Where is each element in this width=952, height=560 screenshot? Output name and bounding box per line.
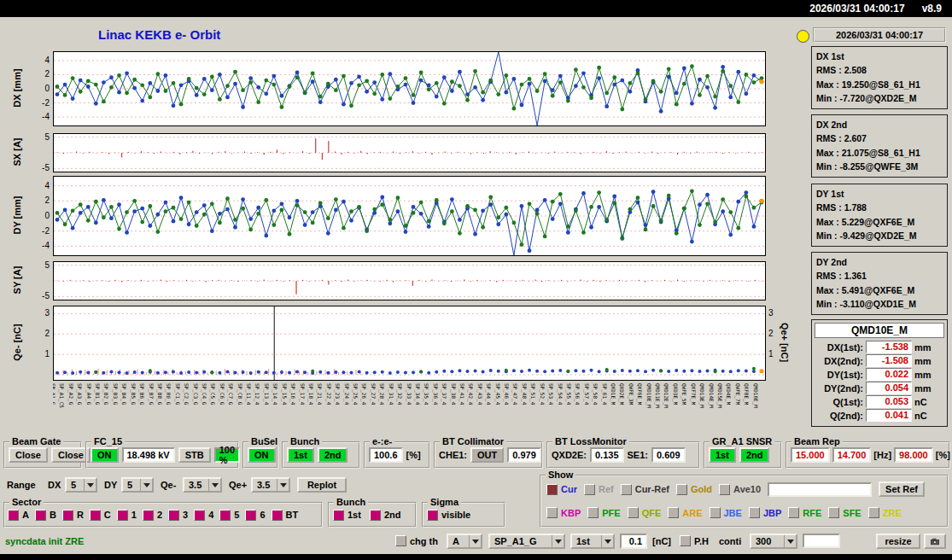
- bunch-1st-button[interactable]: 1st: [287, 447, 314, 463]
- bt-lossmonitor-label: BT LossMonitor: [552, 436, 629, 446]
- show-jbe[interactable]: JBE: [710, 507, 742, 518]
- show-gold-checkbox[interactable]: [676, 484, 687, 495]
- show-are[interactable]: ARE: [668, 507, 702, 518]
- sector-c[interactable]: C: [90, 510, 111, 521]
- bunch-2nd[interactable]: 2nd: [370, 510, 401, 521]
- show-pfe[interactable]: PFE: [587, 507, 620, 518]
- x-axis-label: SP_C1_G: [175, 383, 181, 405]
- sector-5[interactable]: 5: [219, 510, 239, 521]
- show-pfe-label: PFE: [602, 508, 620, 518]
- chg-th-toggle[interactable]: chg th: [395, 535, 438, 546]
- dy-y-tick-label: 0: [27, 211, 50, 220]
- sector-b[interactable]: B: [35, 510, 56, 521]
- sy-axis-label: SY [A]: [12, 250, 22, 310]
- show-jbp[interactable]: JBP: [749, 507, 781, 518]
- show-cur-ref[interactable]: Cur-Ref: [621, 484, 669, 495]
- qmd-row-value: 0.054: [866, 382, 912, 394]
- show-sfe[interactable]: SFE: [828, 507, 861, 518]
- sector-b-checkbox[interactable]: [35, 510, 46, 521]
- sector-2[interactable]: 2: [143, 510, 162, 521]
- resize-button[interactable]: resize: [876, 534, 920, 549]
- sector-r[interactable]: R: [62, 510, 84, 521]
- sector-r-checkbox[interactable]: [62, 510, 73, 521]
- chevron-down-icon[interactable]: [277, 479, 289, 491]
- sigma-visible-checkbox[interactable]: [427, 510, 438, 521]
- sector-5-checkbox[interactable]: [219, 510, 231, 521]
- monitor-select[interactable]: SP_A1_G: [488, 534, 565, 549]
- sigma-visible-toggle[interactable]: visible: [427, 510, 470, 521]
- show-cur-checkbox[interactable]: [546, 484, 558, 495]
- show-ave10[interactable]: Ave10: [719, 484, 761, 495]
- sy-y-tick-label: -5: [27, 291, 50, 300]
- sector-4[interactable]: 4: [194, 510, 213, 521]
- bunch-2nd-button[interactable]: 2nd: [318, 447, 348, 463]
- sector-1-checkbox[interactable]: [117, 510, 128, 521]
- sector-select[interactable]: A: [447, 534, 482, 549]
- ref-name-input[interactable]: [768, 482, 872, 497]
- show-jbe-checkbox[interactable]: [710, 507, 721, 518]
- chg-th-checkbox[interactable]: [395, 535, 406, 546]
- sector-c-checkbox[interactable]: [90, 510, 101, 521]
- busel-on-button[interactable]: ON: [248, 447, 276, 463]
- show-pfe-checkbox[interactable]: [587, 507, 599, 518]
- show-ref[interactable]: Ref: [584, 484, 614, 495]
- show-rfe[interactable]: RFE: [788, 507, 821, 518]
- sector-3[interactable]: 3: [168, 510, 188, 521]
- x-axis-label: SP_C7_G: [228, 383, 234, 405]
- show-jbp-checkbox[interactable]: [749, 507, 760, 518]
- show-qfe-checkbox[interactable]: [628, 507, 639, 518]
- sector-6[interactable]: 6: [245, 510, 265, 521]
- gr-snsr-2nd-button[interactable]: 2nd: [739, 447, 770, 463]
- beam-gate-close-1-button[interactable]: Close: [9, 447, 48, 463]
- sector-2-checkbox[interactable]: [143, 510, 154, 521]
- sector-a[interactable]: A: [8, 510, 29, 521]
- ph-checkbox[interactable]: [680, 535, 691, 546]
- bunch-select[interactable]: 1st: [570, 534, 615, 549]
- range-qep-select[interactable]: 3.5: [251, 477, 290, 493]
- show-kbp-checkbox[interactable]: [546, 507, 558, 518]
- sector-6-checkbox[interactable]: [245, 510, 256, 521]
- show-ref-checkbox[interactable]: [584, 484, 595, 495]
- bunch-1st-checkbox[interactable]: [333, 510, 344, 521]
- range-dx-select[interactable]: 5: [65, 477, 97, 493]
- interval-select[interactable]: 300: [750, 534, 797, 549]
- sector-1[interactable]: 1: [117, 510, 137, 521]
- chevron-down-icon[interactable]: [140, 479, 152, 491]
- sector-3-checkbox[interactable]: [168, 510, 179, 521]
- show-rfe-checkbox[interactable]: [788, 507, 799, 518]
- chevron-down-icon[interactable]: [784, 535, 796, 547]
- show-zre[interactable]: ZRE: [868, 507, 902, 518]
- show-are-checkbox[interactable]: [668, 507, 679, 518]
- chevron-down-icon[interactable]: [601, 535, 613, 547]
- chevron-down-icon[interactable]: [84, 479, 96, 491]
- chevron-down-icon[interactable]: [552, 535, 564, 547]
- show-kbp[interactable]: KBP: [546, 507, 581, 518]
- chevron-down-icon[interactable]: [469, 535, 481, 547]
- x-axis-label: SP_61_4: [602, 383, 608, 405]
- sector-bt-checkbox[interactable]: [272, 510, 283, 521]
- show-qfe[interactable]: QFE: [628, 507, 662, 518]
- show-cur[interactable]: Cur: [546, 484, 577, 495]
- che1-out-button[interactable]: OUT: [470, 447, 504, 463]
- chevron-down-icon[interactable]: [208, 479, 220, 491]
- range-qem-select[interactable]: 3.5: [183, 477, 222, 493]
- show-gold[interactable]: Gold: [676, 484, 712, 495]
- show-ave10-checkbox[interactable]: [719, 484, 730, 495]
- set-ref-button[interactable]: Set Ref: [879, 481, 925, 497]
- fc15-stb-button[interactable]: STB: [178, 447, 211, 463]
- bunch-2nd-checkbox[interactable]: [370, 510, 381, 521]
- range-dy-select[interactable]: 5: [121, 477, 154, 493]
- bottom-input[interactable]: [803, 534, 840, 548]
- fc15-on-button[interactable]: ON: [91, 447, 119, 463]
- show-zre-checkbox[interactable]: [868, 507, 879, 518]
- show-cur-ref-checkbox[interactable]: [621, 484, 632, 495]
- bunch-1st[interactable]: 1st: [333, 510, 361, 521]
- sector-a-checkbox[interactable]: [8, 510, 19, 521]
- screenshot-button[interactable]: [924, 534, 946, 549]
- replot-button[interactable]: Replot: [297, 477, 347, 493]
- show-sfe-checkbox[interactable]: [828, 507, 839, 518]
- sector-4-checkbox[interactable]: [194, 510, 205, 521]
- sector-bt[interactable]: BT: [272, 510, 299, 521]
- ph-toggle[interactable]: P.H: [680, 535, 709, 546]
- gr-snsr-1st-button[interactable]: 1st: [709, 447, 736, 463]
